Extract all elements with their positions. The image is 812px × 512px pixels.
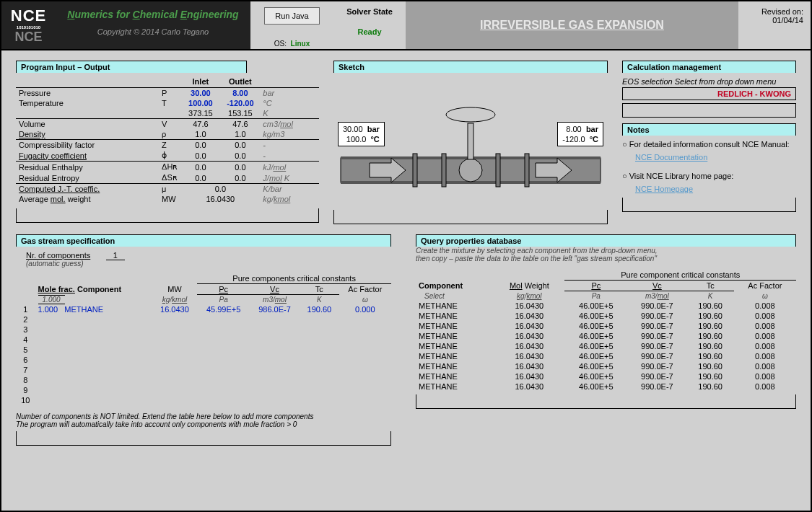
io-table: InletOutlet Pressure P 30.00 8.00 barTem…	[16, 76, 319, 204]
spec-row[interactable]: 8	[16, 375, 391, 385]
io-value: 0.0	[220, 162, 260, 173]
spec-row[interactable]: 9	[16, 385, 391, 395]
io-value[interactable]: 100.00	[180, 98, 220, 108]
spec-row[interactable]: 7	[16, 365, 391, 375]
io-value: 0.0	[180, 140, 220, 151]
io-value: 0.0	[220, 140, 260, 151]
io-value[interactable]: 8.00	[220, 88, 260, 99]
io-value: 0.0	[180, 172, 220, 184]
io-value: 153.15	[220, 108, 260, 119]
io-value: 0.0	[180, 150, 220, 162]
outlet-readout: 8.00 bar -120.0 °C	[557, 122, 603, 146]
spec-head: Gas stream specification	[16, 234, 391, 247]
home-link[interactable]: NCE Homepage	[635, 185, 796, 193]
solver-state: Solver State Ready	[333, 1, 406, 49]
io-value: 0.0	[220, 172, 260, 184]
sketch-head: Sketch	[333, 61, 608, 73]
query-row[interactable]: METHANE16.043046.00E+5990.0E-7190.600.00…	[416, 331, 796, 341]
io-value[interactable]: -120.00	[220, 98, 260, 108]
spec-row[interactable]: 4	[16, 335, 391, 345]
doc-link[interactable]: NCE Documentation	[635, 153, 796, 162]
spec-row[interactable]: 6	[16, 355, 391, 365]
svg-rect-5	[496, 154, 500, 187]
io-value[interactable]: 30.00	[180, 88, 220, 99]
query-row[interactable]: METHANE16.043046.00E+5990.0E-7190.600.00…	[416, 351, 796, 361]
page-title: IRREVERSIBLE GAS EXPANSION	[406, 1, 738, 49]
query-section: Query properties database Create the mix…	[416, 234, 796, 446]
io-value: 373.15	[180, 108, 220, 119]
query-row[interactable]: METHANE16.043046.00E+5990.0E-7190.600.00…	[416, 301, 796, 311]
io-value: 0.0	[220, 150, 260, 162]
gas-spec-section: Gas stream specification Nr. of componen…	[16, 234, 391, 446]
io-head: Program Input – Output	[16, 61, 247, 73]
query-table: Pure component critical constants Compon…	[416, 270, 796, 392]
query-row[interactable]: METHANE16.043046.00E+5990.0E-7190.600.00…	[416, 321, 796, 331]
run-java-button[interactable]: Run Java	[264, 7, 319, 25]
io-value: 0.0	[180, 162, 220, 173]
spec-row[interactable]: 1 1.000 METHANE 16.043045.99E+5 986.0E-7…	[16, 304, 391, 314]
eos-select[interactable]: REDLICH - KWONG	[622, 87, 796, 100]
svg-point-9	[446, 107, 495, 122]
query-head: Query properties database	[416, 234, 796, 247]
spec-row[interactable]: 3	[16, 325, 391, 335]
calc-head: Calculation management	[622, 61, 796, 73]
query-row[interactable]: METHANE16.043046.00E+5990.0E-7190.600.00…	[416, 371, 796, 381]
svg-rect-3	[413, 154, 417, 187]
brand-title: Numerics for Chemical Engineering Copyri…	[56, 1, 250, 49]
query-row[interactable]: METHANE16.043046.00E+5990.0E-7190.600.00…	[416, 381, 796, 392]
spec-table: Pure components critical constants Mole …	[16, 273, 391, 405]
avg-mw-label: Average mol. weight	[19, 195, 90, 203]
sketch-section: Sketch 30.00 bar 100.0 °C 8.00 bar -120.…	[333, 61, 608, 224]
nr-components-input[interactable]: 1	[106, 251, 125, 260]
notes-head: Notes	[622, 123, 796, 136]
io-value: 47.6	[180, 119, 220, 130]
header: NCE 1010101010 NCE Numerics for Chemical…	[1, 1, 811, 50]
svg-rect-6	[525, 154, 529, 187]
svg-point-7	[459, 159, 482, 182]
spec-row[interactable]: 2	[16, 314, 391, 325]
io-value: 1.0	[220, 129, 260, 140]
svg-rect-8	[468, 123, 473, 159]
spec-row[interactable]: 5	[16, 345, 391, 355]
logo: NCE 1010101010 NCE	[1, 1, 56, 49]
io-value: 1.0	[180, 129, 220, 140]
svg-rect-4	[442, 154, 446, 187]
spec-row[interactable]: 10	[16, 395, 391, 405]
revised: Revised on: 01/04/14	[738, 1, 811, 49]
eos-extra-input[interactable]	[622, 103, 796, 118]
calc-section: Calculation management EOS selection Sel…	[622, 61, 796, 224]
query-row[interactable]: METHANE16.043046.00E+5990.0E-7190.600.00…	[416, 341, 796, 351]
program-io-section: Program Input – Output InletOutlet Press…	[16, 61, 319, 224]
run-box: Run Java OS: Linux	[250, 1, 333, 49]
io-value: 47.6	[220, 119, 260, 130]
inlet-readout: 30.00 bar 100.0 °C	[338, 122, 385, 146]
query-row[interactable]: METHANE16.043046.00E+5990.0E-7190.600.00…	[416, 311, 796, 321]
query-row[interactable]: METHANE16.043046.00E+5990.0E-7190.600.00…	[416, 361, 796, 371]
